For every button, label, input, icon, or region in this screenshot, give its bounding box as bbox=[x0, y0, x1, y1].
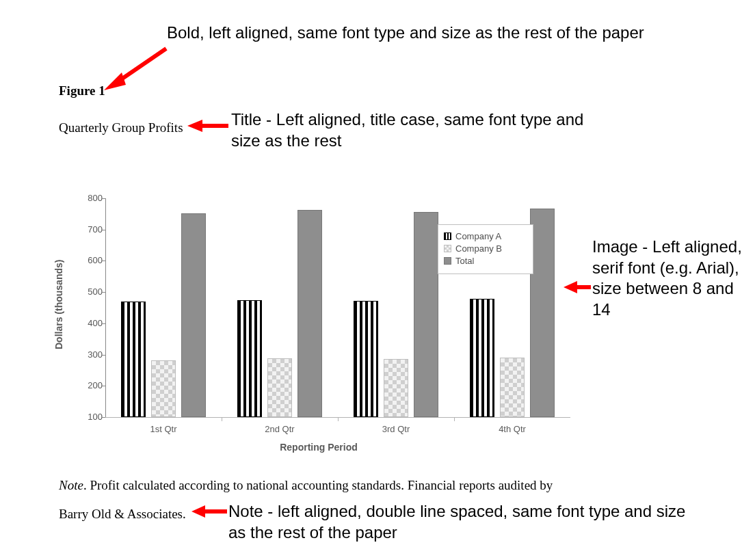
annotation-image: Image - Left aligned, serif font (e.g. A… bbox=[592, 237, 750, 321]
bar bbox=[297, 210, 322, 417]
svg-line-0 bbox=[116, 49, 166, 83]
bar bbox=[181, 213, 206, 417]
legend-swatch-icon bbox=[444, 257, 451, 265]
x-tick-mark bbox=[454, 417, 455, 421]
y-tick-mark bbox=[101, 417, 105, 418]
svg-marker-3 bbox=[187, 120, 202, 132]
page-root: Figure 1 Quarterly Group Profits Note. P… bbox=[0, 0, 755, 560]
svg-marker-1 bbox=[104, 72, 126, 90]
y-tick-label: 400 bbox=[68, 318, 103, 328]
arrow-icon bbox=[190, 503, 228, 520]
x-tick-mark bbox=[222, 417, 222, 421]
y-tick-label: 100 bbox=[68, 412, 103, 422]
bar bbox=[267, 358, 292, 417]
annotation-figure-label: Bold, left aligned, same font type and s… bbox=[167, 23, 707, 44]
x-tick-mark bbox=[338, 417, 339, 421]
legend-label: Total bbox=[455, 256, 474, 266]
bar bbox=[414, 212, 438, 417]
legend-label: Company B bbox=[455, 243, 502, 254]
x-tick-label: 4th Qtr bbox=[458, 424, 567, 434]
svg-marker-7 bbox=[191, 505, 205, 518]
y-tick-label: 700 bbox=[68, 224, 103, 235]
y-tick-label: 600 bbox=[68, 255, 103, 265]
y-tick-label: 500 bbox=[68, 286, 103, 297]
legend-label: Company A bbox=[455, 231, 501, 241]
x-axis-label: Reporting Period bbox=[59, 442, 579, 453]
figure-label: Figure 1 bbox=[59, 83, 105, 98]
bar bbox=[384, 359, 408, 417]
bar bbox=[530, 209, 555, 417]
y-tick-label: 800 bbox=[68, 193, 103, 203]
bar bbox=[151, 360, 176, 417]
x-tick-label: 1st Qtr bbox=[109, 424, 218, 434]
y-tick-label: 300 bbox=[68, 349, 103, 360]
y-axis-label: Dollars (thousands) bbox=[53, 164, 64, 254]
bar bbox=[237, 300, 262, 417]
legend-item-total: Total bbox=[444, 256, 527, 266]
y-tick-label: 200 bbox=[68, 380, 103, 390]
bar bbox=[354, 301, 378, 417]
annotation-note: Note - left aligned, double line spaced,… bbox=[228, 501, 707, 543]
legend-item-company-b: Company B bbox=[444, 243, 527, 254]
figure-title: Quarterly Group Profits bbox=[59, 120, 183, 135]
arrow-icon bbox=[186, 118, 230, 134]
x-tick-label: 2nd Qtr bbox=[225, 424, 334, 434]
legend: Company A Company B Total bbox=[438, 224, 533, 274]
legend-swatch-icon bbox=[444, 245, 451, 252]
x-tick-label: 3rd Qtr bbox=[341, 424, 451, 434]
legend-item-company-a: Company A bbox=[444, 231, 527, 241]
arrow-icon bbox=[101, 45, 170, 93]
legend-swatch-icon bbox=[444, 232, 451, 240]
bar bbox=[121, 302, 146, 417]
chart: 100200300400500600700800 1st Qtr2nd Qtr3… bbox=[59, 189, 579, 459]
bar bbox=[500, 358, 525, 417]
bar bbox=[470, 299, 494, 417]
figure-note-prefix: Note bbox=[59, 478, 83, 492]
annotation-title: Title - Left aligned, title case, same f… bbox=[231, 109, 614, 151]
